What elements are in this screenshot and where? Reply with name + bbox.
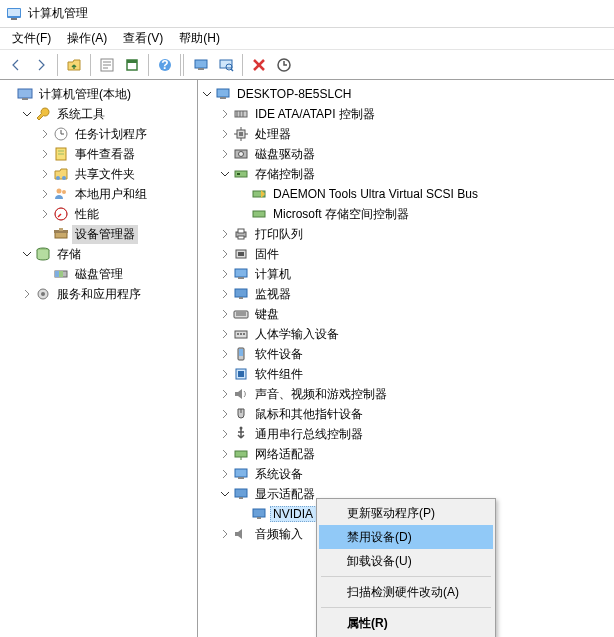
node-label: 声音、视频和游戏控制器 — [252, 385, 390, 404]
expand-twisty[interactable] — [218, 367, 232, 381]
svg-rect-40 — [59, 271, 63, 277]
menu-action[interactable]: 操作(A) — [59, 28, 115, 49]
expand-twisty[interactable] — [38, 187, 52, 201]
node-computer-root[interactable]: DESKTOP-8E5SLCH — [200, 84, 614, 104]
node-network[interactable]: 网络适配器 — [218, 444, 614, 464]
expand-twisty[interactable] — [218, 147, 232, 161]
node-disk-management[interactable]: 磁盘管理 — [38, 264, 197, 284]
expand-twisty[interactable] — [218, 387, 232, 401]
device-tree: DESKTOP-8E5SLCH IDE ATA/ATAPI 控制器 处理器 磁盘… — [198, 80, 614, 637]
help-button[interactable]: ? — [153, 53, 177, 77]
node-label: 人体学输入设备 — [252, 325, 342, 344]
node-system-devices[interactable]: 系统设备 — [218, 464, 614, 484]
usb-icon — [233, 426, 249, 442]
expand-twisty[interactable] — [218, 447, 232, 461]
expand-twisty[interactable] — [218, 347, 232, 361]
pc-icon — [233, 266, 249, 282]
node-monitor[interactable]: 监视器 — [218, 284, 614, 304]
node-storage[interactable]: 存储 — [20, 244, 197, 264]
forward-button[interactable] — [29, 53, 53, 77]
node-ide[interactable]: IDE ATA/ATAPI 控制器 — [218, 104, 614, 124]
node-sound[interactable]: 声音、视频和游戏控制器 — [218, 384, 614, 404]
hid-icon — [233, 326, 249, 342]
node-keyboard[interactable]: 键盘 — [218, 304, 614, 324]
node-computer-cat[interactable]: 计算机 — [218, 264, 614, 284]
menu-help[interactable]: 帮助(H) — [171, 28, 228, 49]
up-button[interactable] — [62, 53, 86, 77]
expand-twisty[interactable] — [218, 527, 232, 541]
node-event-viewer[interactable]: 事件查看器 — [38, 144, 197, 164]
expand-twisty[interactable] — [218, 307, 232, 321]
node-label: 系统工具 — [54, 105, 108, 124]
svg-rect-61 — [253, 211, 265, 217]
node-mouse[interactable]: 鼠标和其他指针设备 — [218, 404, 614, 424]
menu-file[interactable]: 文件(F) — [4, 28, 59, 49]
menu-update-driver[interactable]: 更新驱动程序(P) — [319, 501, 493, 525]
node-performance[interactable]: 性能 — [38, 204, 197, 224]
properties-button[interactable] — [95, 53, 119, 77]
node-usb[interactable]: 通用串行总线控制器 — [218, 424, 614, 444]
blank-twisty — [2, 87, 16, 101]
display-adapter-icon — [233, 486, 249, 502]
collapse-twisty[interactable] — [218, 167, 232, 181]
node-firmware[interactable]: 固件 — [218, 244, 614, 264]
node-label: 软件设备 — [252, 345, 306, 364]
expand-twisty[interactable] — [218, 227, 232, 241]
collapse-twisty[interactable] — [20, 107, 34, 121]
node-print-queue[interactable]: 打印队列 — [218, 224, 614, 244]
node-local-computer[interactable]: 计算机管理(本地) — [2, 84, 197, 104]
node-soft-comp[interactable]: 软件组件 — [218, 364, 614, 384]
node-soft-dev[interactable]: 软件设备 — [218, 344, 614, 364]
node-local-users[interactable]: 本地用户和组 — [38, 184, 197, 204]
node-cpu[interactable]: 处理器 — [218, 124, 614, 144]
collapse-twisty[interactable] — [218, 487, 232, 501]
expand-twisty[interactable] — [218, 247, 232, 261]
device-button[interactable] — [189, 53, 213, 77]
mouse-icon — [233, 406, 249, 422]
expand-twisty[interactable] — [20, 287, 34, 301]
disable-button[interactable] — [247, 53, 271, 77]
expand-twisty[interactable] — [218, 287, 232, 301]
node-daemon-tools[interactable]: DAEMON Tools Ultra Virtual SCSI Bus — [236, 184, 614, 204]
scan-hardware-button[interactable] — [214, 53, 238, 77]
expand-twisty[interactable] — [38, 127, 52, 141]
menu-uninstall-device[interactable]: 卸载设备(U) — [319, 549, 493, 573]
menu-disable-device[interactable]: 禁用设备(D) — [319, 525, 493, 549]
expand-twisty[interactable] — [218, 467, 232, 481]
update-driver-button[interactable] — [272, 53, 296, 77]
blank-twisty — [38, 267, 52, 281]
expand-twisty[interactable] — [218, 407, 232, 421]
back-button[interactable] — [4, 53, 28, 77]
expand-twisty[interactable] — [218, 267, 232, 281]
expand-twisty[interactable] — [38, 147, 52, 161]
svg-rect-20 — [22, 98, 28, 100]
expand-twisty[interactable] — [218, 107, 232, 121]
expand-twisty[interactable] — [218, 427, 232, 441]
node-task-scheduler[interactable]: 任务计划程序 — [38, 124, 197, 144]
node-label: 软件组件 — [252, 365, 306, 384]
node-label: 鼠标和其他指针设备 — [252, 405, 366, 424]
expand-twisty[interactable] — [218, 327, 232, 341]
node-device-manager[interactable]: 设备管理器 — [38, 224, 197, 244]
menu-view[interactable]: 查看(V) — [115, 28, 171, 49]
collapse-twisty[interactable] — [20, 247, 34, 261]
node-system-tools[interactable]: 系统工具 — [20, 104, 197, 124]
svg-rect-85 — [235, 451, 247, 457]
toolbar: ? — [0, 50, 614, 80]
expand-twisty[interactable] — [38, 207, 52, 221]
client-area: 计算机管理(本地) 系统工具 任务计划程序 — [0, 80, 614, 637]
expand-twisty[interactable] — [38, 167, 52, 181]
node-label: 服务和应用程序 — [54, 285, 144, 304]
collapse-twisty[interactable] — [200, 87, 214, 101]
svg-rect-50 — [239, 132, 243, 136]
menu-scan-hardware[interactable]: 扫描检测硬件改动(A) — [319, 580, 493, 604]
node-storage-controllers[interactable]: 存储控制器 — [218, 164, 614, 184]
node-disk-drives[interactable]: 磁盘驱动器 — [218, 144, 614, 164]
expand-twisty[interactable] — [218, 127, 232, 141]
menu-properties[interactable]: 属性(R) — [319, 611, 493, 635]
node-hid[interactable]: 人体学输入设备 — [218, 324, 614, 344]
node-ms-storage[interactable]: Microsoft 存储空间控制器 — [236, 204, 614, 224]
refresh-button[interactable] — [120, 53, 144, 77]
node-services-apps[interactable]: 服务和应用程序 — [20, 284, 197, 304]
node-shared-folders[interactable]: 共享文件夹 — [38, 164, 197, 184]
